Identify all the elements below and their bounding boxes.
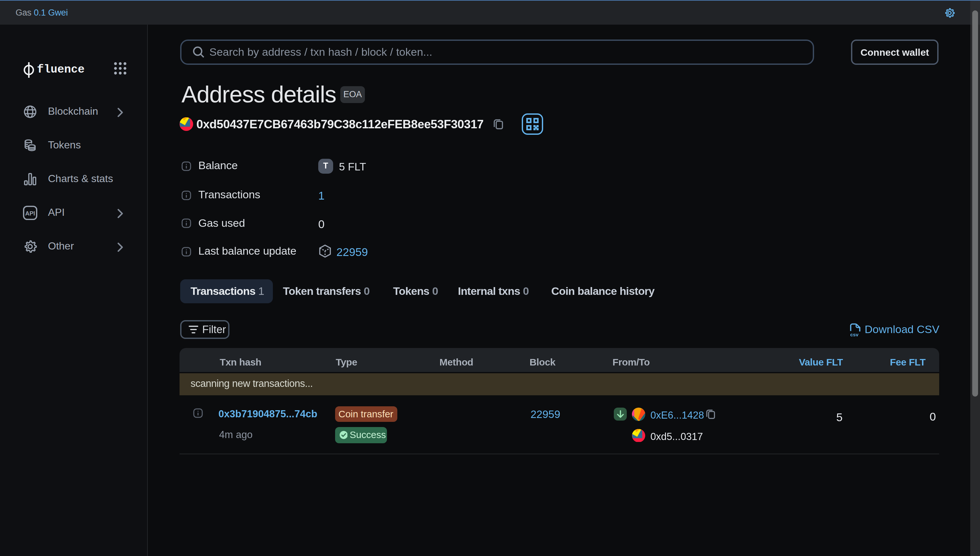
svg-text:API: API <box>25 210 35 217</box>
svg-text:csv: csv <box>851 332 859 337</box>
